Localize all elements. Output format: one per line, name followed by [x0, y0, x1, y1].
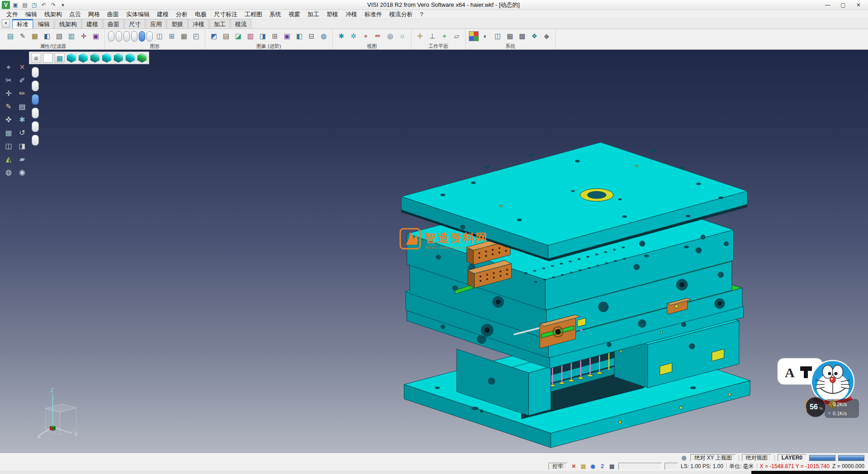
toolbar-icon[interactable]: ▦ — [179, 31, 189, 42]
toolbar-icon[interactable]: ▤ — [5, 31, 16, 42]
measure-icon[interactable]: ◭ — [3, 153, 14, 165]
tab-模流[interactable]: 模流 — [231, 19, 251, 28]
select-icon[interactable]: ⌖ — [3, 62, 14, 73]
menu-item[interactable]: 建模 — [153, 10, 172, 19]
zoom-icon[interactable]: ◍ — [3, 166, 14, 178]
toolbar-icon[interactable]: ⊥ — [427, 31, 438, 42]
toolbar-icon[interactable]: ○ — [397, 31, 408, 42]
shaded-view-cube-icon[interactable] — [137, 53, 147, 63]
command-input-field[interactable] — [618, 463, 662, 470]
view-menu-icon[interactable]: ≡ — [31, 53, 41, 63]
menu-item[interactable]: 线架构 — [41, 10, 66, 19]
menu-item[interactable]: 编辑 — [22, 10, 41, 19]
toolbar-icon[interactable]: ◆ — [541, 31, 552, 42]
tab-建模[interactable]: 建模 — [82, 19, 103, 28]
toolbar-icon[interactable] — [108, 31, 114, 42]
layers-icon[interactable]: ▤ — [16, 101, 28, 113]
menu-item[interactable]: 文件 — [3, 10, 22, 19]
network-speed-badge[interactable]: 56 % ▲ 0.2K/s ▼ 0.1K/s — [805, 397, 859, 418]
menu-item[interactable]: 模流分析 — [386, 10, 416, 19]
target-icon[interactable]: ◉ — [16, 166, 28, 178]
tab-冲模[interactable]: 冲模 — [188, 19, 209, 28]
toolbar-icon[interactable]: ◫ — [492, 31, 503, 42]
section-icon[interactable]: ◨ — [16, 140, 28, 152]
menu-item[interactable]: 标准件 — [361, 10, 386, 19]
menu-item[interactable]: 网格 — [85, 10, 104, 19]
menu-item[interactable]: 视窗 — [285, 10, 304, 19]
color-bar-1[interactable] — [809, 455, 835, 461]
toolbar-icon[interactable]: ◰ — [191, 31, 202, 42]
grid-icon[interactable]: ▦ — [3, 127, 14, 139]
toolbar-icon[interactable] — [123, 31, 130, 42]
toolbar-icon[interactable]: ❖ — [529, 31, 540, 42]
doraemon-widget[interactable]: A — [774, 352, 864, 424]
iso-view-cube-icon[interactable] — [66, 53, 76, 63]
menu-item[interactable]: 分析 — [172, 10, 191, 19]
toolbar-icon[interactable] — [116, 31, 122, 42]
toolbar-icon[interactable]: ◨ — [257, 31, 268, 42]
menu-item[interactable]: 实体编辑 — [123, 10, 153, 19]
annotate-icon[interactable]: ✏ — [16, 88, 28, 100]
toolbar-icon[interactable]: ⊟ — [306, 31, 317, 42]
menu-item[interactable]: 尺寸标注 — [210, 10, 241, 19]
filter-toggle[interactable] — [32, 121, 39, 132]
tab-曲面[interactable]: 曲面 — [103, 19, 124, 28]
toolbar-icon[interactable]: ⌖ — [439, 31, 450, 42]
filter-toggle[interactable] — [32, 67, 39, 78]
close-button[interactable]: ✕ — [851, 0, 866, 9]
secondary-input-field[interactable] — [665, 463, 678, 470]
menu-item[interactable]: 工程图 — [241, 10, 266, 19]
filter-toggle-active[interactable] — [32, 94, 39, 105]
toolbar-icon[interactable]: ⊞ — [166, 31, 177, 42]
tab-塑膜[interactable]: 塑膜 — [167, 19, 188, 28]
tab-标准[interactable]: 标准 — [12, 19, 33, 28]
toolbar-icon[interactable]: ◍ — [318, 31, 329, 42]
bl0ank-view-icon[interactable] — [43, 53, 53, 63]
app-logo-icon[interactable]: V — [2, 1, 10, 9]
toolbar-icon[interactable]: ▩ — [517, 31, 528, 42]
toolbar-icon[interactable]: ▦ — [29, 31, 40, 42]
viewport-3d[interactable]: 智造资料网 INTELLIGENT MANUFACTURING DATA X Y… — [0, 50, 868, 453]
new-file-icon[interactable]: ▣ — [11, 1, 19, 9]
lock-toggle[interactable]: 控牢 — [548, 463, 567, 470]
toolbar-icon[interactable]: ◧ — [42, 31, 52, 42]
iso-view-cube-icon[interactable] — [113, 53, 123, 63]
tab-线架构[interactable]: 线架构 — [55, 19, 81, 28]
toolbar-icon[interactable]: ⊞ — [269, 31, 280, 42]
edit-icon[interactable]: ✎ — [3, 101, 14, 113]
toolbar-icon[interactable]: ▣ — [282, 31, 292, 42]
sketch-icon[interactable]: ✐ — [16, 75, 28, 86]
toolbar-icon[interactable]: ✲ — [348, 31, 359, 42]
wireframe-view-icon[interactable]: ▦ — [55, 53, 65, 63]
fill-icon[interactable]: ▰ — [16, 153, 28, 165]
index-2-icon[interactable]: 2 — [599, 463, 606, 470]
redo-icon[interactable]: ↷ — [49, 1, 57, 9]
quick-access-dropdown-icon[interactable]: ▾ — [59, 1, 67, 9]
toolbar-icon[interactable]: ▤ — [221, 31, 231, 42]
delete-icon[interactable]: ✕ — [16, 62, 28, 73]
color-bar-2[interactable] — [838, 455, 864, 461]
toolbar-icon[interactable]: ◪ — [233, 31, 244, 42]
menu-item[interactable]: 加工 — [304, 10, 323, 19]
tab-编辑[interactable]: 编辑 — [33, 19, 54, 28]
iso-view-cube-icon[interactable] — [78, 53, 88, 63]
filter-toggle[interactable] — [32, 81, 39, 91]
iso-view-cube-icon[interactable] — [125, 53, 135, 63]
toolbar-icon[interactable]: ▥ — [245, 31, 256, 42]
toolbar-icon[interactable]: ▥ — [66, 31, 77, 42]
toolbar-icon[interactable]: ✛ — [415, 31, 425, 42]
menu-item[interactable]: 系统 — [266, 10, 285, 19]
toolbar-icon[interactable]: ⌖ — [360, 31, 371, 42]
view-mode-field[interactable]: 绝对 XY 上视图 — [690, 454, 736, 461]
toolbar-icon[interactable]: ▦ — [505, 31, 515, 42]
save-file-icon[interactable]: ◳ — [30, 1, 38, 9]
open-file-icon[interactable]: ▤ — [21, 1, 29, 9]
toolbar-icon[interactable]: ✎ — [17, 31, 28, 42]
toolbar-icon[interactable] — [131, 31, 137, 42]
palette-icon[interactable]: ▤ — [580, 463, 587, 470]
menu-item[interactable]: 冲模 — [342, 10, 361, 19]
move-icon[interactable]: ✛ — [3, 88, 14, 100]
tab-尺寸[interactable]: 尺寸 — [124, 19, 145, 28]
filter-toggle[interactable] — [32, 135, 39, 146]
tab-应用[interactable]: 应用 — [146, 19, 166, 28]
